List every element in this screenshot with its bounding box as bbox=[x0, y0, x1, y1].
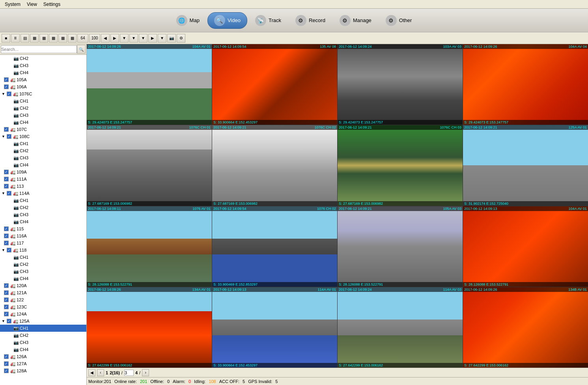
video-cell-11[interactable]: 2017-06-12 14:09:21 105A AV 03 S: 28.126… bbox=[338, 206, 463, 287]
tree-item-124a[interactable]: ✓ 🚛 124A bbox=[0, 310, 86, 318]
tb-prev2[interactable]: ◀ bbox=[101, 34, 110, 43]
tree-item-114a-ch3[interactable]: 📷 CH3 bbox=[0, 211, 86, 218]
tree-item-115[interactable]: ✓ 🚛 115 bbox=[0, 225, 86, 232]
tree-item-126a[interactable]: ✓ 🚛 126A bbox=[0, 353, 86, 360]
tree-checkbox[interactable]: ✓ bbox=[4, 361, 9, 366]
tree-checkbox[interactable]: ✓ bbox=[7, 191, 11, 196]
tree-item-1076c-ch2[interactable]: 📷 CH2 bbox=[0, 105, 86, 112]
tree-item-127a[interactable]: ✓ 🚛 127A bbox=[0, 360, 86, 367]
nav-video[interactable]: 🔍 Video bbox=[207, 12, 247, 29]
tree-checkbox[interactable]: ✓ bbox=[4, 241, 9, 245]
video-cell-9[interactable]: 2017-06-12 14:09:11 1076 AV 01 S: 28.126… bbox=[87, 206, 212, 287]
tree-item-125a[interactable]: ▼ ✓ 🚛 125A bbox=[0, 318, 86, 325]
page-current[interactable]: 2(16) bbox=[110, 370, 120, 375]
tree-checkbox[interactable]: ✓ bbox=[4, 368, 9, 373]
tree-item-105a[interactable]: ✓ 🚛 105A bbox=[0, 76, 86, 83]
tb-pause[interactable]: ⏸ bbox=[11, 34, 20, 43]
video-cell-15[interactable]: 2017-06-12 14:09:24 114A AV 03 S: 27.642… bbox=[338, 287, 463, 368]
tree-item-125a-ch3[interactable]: 📷 CH3 bbox=[0, 339, 86, 346]
tree-checkbox[interactable]: ✓ bbox=[4, 354, 9, 359]
tree-checkbox[interactable]: ✓ bbox=[4, 305, 9, 309]
tree-item-118[interactable]: ▼ ✓ 🚛 118 bbox=[0, 247, 86, 254]
tree-checkbox[interactable]: ✓ bbox=[7, 134, 11, 139]
video-cell-4[interactable]: 2017-06-12 14:09:26 104A AV 04 S: 29.424… bbox=[463, 44, 588, 125]
tree-checkbox[interactable]: ✓ bbox=[4, 297, 9, 302]
menu-settings[interactable]: Settings bbox=[40, 1, 63, 8]
video-cell-16[interactable]: 2017-06-12 14:09:26 134B AV 01 S: 27.642… bbox=[463, 287, 588, 368]
tree-item-108c-ch4[interactable]: 📷 CH4 bbox=[0, 161, 86, 168]
tree-item-113[interactable]: ✓ 🚛 113 bbox=[0, 183, 86, 190]
tree-item-125a-ch2[interactable]: 📷 CH2 bbox=[0, 332, 86, 339]
tree-checkbox[interactable]: ✓ bbox=[4, 170, 9, 174]
video-cell-2[interactable]: 2017-06-12 14:09:54 135 AV 08 S: 33.9006… bbox=[212, 44, 337, 125]
page-4[interactable]: 4 bbox=[135, 370, 138, 375]
video-cell-13[interactable]: 2017-06-12 14:09:26 134A AV 01 S: 27.642… bbox=[87, 287, 212, 368]
tree-item-118-ch3[interactable]: 📷 CH3 bbox=[0, 268, 86, 275]
tb-more[interactable]: ⚙ bbox=[177, 34, 185, 43]
tree-checkbox[interactable]: ✓ bbox=[4, 77, 9, 82]
menu-view[interactable]: View bbox=[24, 1, 40, 8]
tree-checkbox[interactable]: ✓ bbox=[4, 312, 9, 316]
tree-checkbox[interactable]: ✓ bbox=[4, 283, 9, 288]
tree-item-106a[interactable]: ✓ 🚛 106A bbox=[0, 83, 86, 90]
nav-manage[interactable]: ⚙ Manage bbox=[333, 13, 378, 28]
tb-grid1[interactable]: ▤ bbox=[21, 34, 29, 43]
tree-item-120a[interactable]: ✓ 🚛 120A bbox=[0, 282, 86, 289]
tree-item-125a-ch4[interactable]: 📷 CH4 bbox=[0, 346, 86, 353]
tree-checkbox[interactable]: ✓ bbox=[4, 84, 9, 89]
tb-grid6[interactable]: ▦ bbox=[68, 34, 77, 43]
page-first-btn[interactable]: ◀ bbox=[88, 369, 95, 376]
tb-64[interactable]: 64 bbox=[77, 34, 88, 43]
tb-100[interactable]: 100 bbox=[89, 34, 100, 43]
tree-item-109a[interactable]: ✓ 🚛 109A bbox=[0, 168, 86, 176]
tree-item-1076c-ch4[interactable]: 📷 CH4 bbox=[0, 119, 86, 126]
page-3[interactable] bbox=[124, 370, 134, 376]
tree-item-ch3[interactable]: 📷 CH3 bbox=[0, 62, 86, 69]
page-input[interactable] bbox=[124, 370, 134, 376]
video-cell-8[interactable]: 2017-06-12 14:09:21 125A AV 01 S: 31.902… bbox=[463, 125, 588, 206]
tree-item-114a-ch2[interactable]: 📷 CH2 bbox=[0, 204, 86, 211]
search-input[interactable] bbox=[1, 45, 77, 53]
tb-dd2[interactable]: ▼ bbox=[129, 34, 138, 43]
video-cell-14[interactable]: 2017-06-12 14:09:13 114A AV 01 S: 33.900… bbox=[212, 287, 337, 368]
tree-item-108c[interactable]: ▼ ✓ 🚛 108C bbox=[0, 133, 86, 140]
tb-stop[interactable]: ■ bbox=[2, 34, 10, 43]
tree-checkbox[interactable]: ✓ bbox=[7, 319, 11, 323]
sidebar-tree[interactable]: 📷 CH2 📷 CH3 📷 CH4 ✓ 🚛 105A ✓ bbox=[0, 55, 86, 385]
tree-item-ch2[interactable]: 📷 CH2 bbox=[0, 55, 86, 62]
tree-item-114a[interactable]: ▼ ✓ 🚛 114A bbox=[0, 190, 86, 197]
tree-item-108c-ch3[interactable]: 📷 CH3 bbox=[0, 154, 86, 161]
tree-item-128a[interactable]: ✓ 🚛 128A bbox=[0, 367, 86, 374]
tb-play[interactable]: ▶ bbox=[148, 34, 157, 43]
page-next-btn[interactable]: › bbox=[142, 369, 149, 376]
tb-grid3[interactable]: ▦ bbox=[39, 34, 48, 43]
video-cell-12[interactable]: 2017-06-12 14:09:13 104A AV 01 S: 28.126… bbox=[463, 206, 588, 287]
tree-item-108c-ch2[interactable]: 📷 CH2 bbox=[0, 147, 86, 154]
video-cell-7[interactable]: 2017-06-12 14:09:21 1076C CH 03 S: 27.68… bbox=[338, 125, 463, 206]
tree-item-1076c-ch3[interactable]: 📷 CH3 bbox=[0, 112, 86, 119]
tree-checkbox[interactable]: ✓ bbox=[4, 127, 9, 132]
tree-item-117[interactable]: ✓ 🚛 117 bbox=[0, 239, 86, 247]
tree-checkbox[interactable]: ✓ bbox=[4, 234, 9, 238]
tb-next2[interactable]: ▶ bbox=[110, 34, 119, 43]
tree-item-125a-ch1[interactable]: 📷 CH1 bbox=[0, 325, 86, 332]
nav-track[interactable]: 📡 Track bbox=[249, 13, 287, 28]
tree-item-1076c[interactable]: ▼ ✓ 🚛 1076C bbox=[0, 90, 86, 97]
tree-item-107c[interactable]: ✓ 🚛 107C bbox=[0, 126, 86, 133]
tb-snap[interactable]: 📷 bbox=[167, 34, 176, 43]
tree-item-111a[interactable]: ✓ 🚛 111A bbox=[0, 176, 86, 183]
tree-checkbox[interactable]: ✓ bbox=[7, 92, 11, 96]
tree-checkbox[interactable]: ✓ bbox=[4, 226, 9, 231]
nav-record[interactable]: ⚙ Record bbox=[289, 13, 332, 28]
tree-item-ch4[interactable]: 📷 CH4 bbox=[0, 69, 86, 76]
page-1[interactable]: 1 bbox=[106, 370, 108, 375]
nav-map[interactable]: 🌐 Map bbox=[170, 13, 206, 28]
tree-item-118-ch2[interactable]: 📷 CH2 bbox=[0, 261, 86, 268]
menu-system[interactable]: System bbox=[2, 1, 24, 8]
tb-dd3[interactable]: ▼ bbox=[139, 34, 147, 43]
video-cell-10[interactable]: 2017-06-12 14:09:54 1076 CH 02 S: 33.900… bbox=[212, 206, 337, 287]
tree-item-122[interactable]: ✓ 🚛 122 bbox=[0, 296, 86, 303]
tree-item-118-ch1[interactable]: 📷 CH1 bbox=[0, 254, 86, 261]
tb-grid2[interactable]: ▦ bbox=[30, 34, 39, 43]
tree-checkbox[interactable]: ✓ bbox=[4, 184, 9, 189]
